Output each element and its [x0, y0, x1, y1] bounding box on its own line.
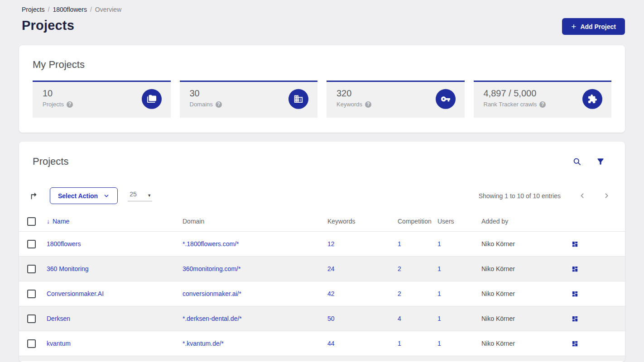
puzzle-icon	[582, 89, 602, 109]
breadcrumb-separator: /	[48, 6, 50, 13]
projects-table: ↓ Name Domain Keywords Competition Users…	[19, 211, 625, 361]
users-count-link[interactable]: 1	[437, 340, 481, 347]
showing-entries-text: Showing 1 to 10 of 10 entries	[479, 192, 561, 200]
table-row-partial	[19, 356, 625, 361]
column-header-name[interactable]: ↓ Name	[47, 218, 183, 225]
column-header-users[interactable]: Users	[437, 218, 481, 225]
stat-tile-domains: 30 Domains ?	[180, 81, 318, 118]
row-checkbox[interactable]	[27, 240, 36, 248]
project-name-link[interactable]: 1800flowers	[47, 240, 183, 248]
project-domain-link[interactable]: 360monitoring.com/*	[183, 265, 327, 272]
column-header-competition[interactable]: Competition	[398, 218, 437, 225]
added-by-cell: Niko Körner	[481, 340, 572, 347]
previous-page-icon[interactable]	[578, 192, 586, 200]
breadcrumb-1800flowers[interactable]: 1800flowers	[53, 6, 87, 13]
table-toolbar: Select Action 25 ▼ Showing 1 to 10 of 10…	[19, 187, 625, 204]
top-bar: Projects / 1800flowers / Overview Projec…	[0, 0, 644, 35]
key-icon	[436, 89, 456, 109]
table-row: Conversionmaker.AI conversionmaker.ai/* …	[19, 281, 625, 306]
dashboard-grid-icon[interactable]	[572, 266, 625, 272]
added-by-cell: Niko Körner	[481, 265, 572, 272]
keywords-label: Keywords	[336, 101, 362, 108]
row-checkbox[interactable]	[27, 339, 36, 348]
project-domain-link[interactable]: conversionmaker.ai/*	[183, 290, 327, 297]
page-size-value: 25	[130, 191, 137, 198]
column-header-added-by[interactable]: Added by	[481, 218, 572, 225]
row-checkbox[interactable]	[27, 290, 36, 298]
projects-table-title: Projects	[33, 156, 68, 167]
projects-table-card: Projects Select Action 25 ▼ Showing 1 to…	[19, 142, 625, 362]
row-checkbox[interactable]	[27, 314, 36, 323]
table-row: 360 Monitoring 360monitoring.com/* 24 2 …	[19, 256, 625, 281]
table-row: 1800flowers *.1800flowers.com/* 12 1 1 N…	[19, 231, 625, 256]
stat-tile-rank-tracker-crawls: 4,897 / 5,000 Rank Tracker crawls ?	[474, 81, 612, 118]
competition-count-link[interactable]: 1	[398, 340, 437, 347]
project-name-link[interactable]: 360 Monitoring	[47, 265, 183, 272]
help-icon[interactable]: ?	[539, 101, 546, 108]
help-icon[interactable]: ?	[216, 101, 222, 108]
table-row: Derksen *.derksen-dental.de/* 50 4 1 Nik…	[19, 306, 625, 331]
keywords-count-link[interactable]: 42	[327, 290, 398, 297]
select-action-label: Select Action	[58, 192, 98, 200]
project-domain-link[interactable]: *.1800flowers.com/*	[183, 240, 327, 248]
add-project-button[interactable]: + Add Project	[562, 18, 625, 35]
column-header-keywords[interactable]: Keywords	[327, 218, 398, 225]
my-projects-title: My Projects	[33, 59, 611, 71]
forward-arrow-icon[interactable]	[29, 191, 39, 201]
stat-tile-projects: 10 Projects ?	[33, 81, 171, 118]
dashboard-grid-icon[interactable]	[572, 315, 625, 322]
dashboard-grid-icon[interactable]	[572, 241, 625, 248]
keywords-count-link[interactable]: 50	[327, 315, 398, 322]
users-count-link[interactable]: 1	[437, 290, 481, 297]
project-name-link[interactable]: Conversionmaker.AI	[47, 290, 183, 297]
breadcrumb-separator: /	[90, 6, 92, 13]
help-icon[interactable]: ?	[365, 101, 371, 108]
column-header-domain[interactable]: Domain	[183, 218, 327, 225]
table-row: kvantum *.kvantum.de/* 44 1 1 Niko Körne…	[19, 331, 625, 356]
added-by-cell: Niko Körner	[481, 290, 572, 297]
keywords-count-link[interactable]: 24	[327, 265, 398, 272]
caret-down-icon: ▼	[147, 193, 151, 198]
row-checkbox[interactable]	[27, 265, 36, 273]
project-domain-link[interactable]: *.kvantum.de/*	[183, 340, 327, 347]
search-icon[interactable]	[572, 157, 582, 166]
competition-count-link[interactable]: 1	[398, 240, 437, 248]
users-count-link[interactable]: 1	[437, 240, 481, 248]
chevron-down-icon	[103, 193, 110, 199]
page-size-select[interactable]: 25 ▼	[128, 191, 152, 201]
breadcrumb-projects[interactable]: Projects	[22, 6, 45, 13]
plus-icon: +	[571, 22, 576, 31]
stats-row: 10 Projects ? 30 Domains ? 320 Keywords	[33, 81, 611, 118]
dashboard-grid-icon[interactable]	[572, 291, 625, 297]
breadcrumb: Projects / 1800flowers / Overview	[22, 6, 625, 13]
competition-count-link[interactable]: 2	[398, 265, 437, 272]
select-all-checkbox[interactable]	[27, 217, 36, 226]
page-title: Projects	[22, 18, 74, 33]
next-page-icon[interactable]	[603, 192, 610, 200]
help-icon[interactable]: ?	[67, 101, 73, 108]
table-header-row: ↓ Name Domain Keywords Competition Users…	[19, 211, 625, 231]
project-name-link[interactable]: Derksen	[47, 315, 183, 322]
keywords-count-link[interactable]: 44	[327, 340, 398, 347]
users-count-link[interactable]: 1	[437, 265, 481, 272]
competition-count-link[interactable]: 2	[398, 290, 437, 297]
keywords-count-link[interactable]: 12	[327, 240, 398, 248]
users-count-link[interactable]: 1	[437, 315, 481, 322]
competition-count-link[interactable]: 4	[398, 315, 437, 322]
project-domain-link[interactable]: *.derksen-dental.de/*	[183, 315, 327, 322]
sort-descending-icon: ↓	[47, 218, 50, 225]
added-by-cell: Niko Körner	[481, 315, 572, 322]
projects-label: Projects	[43, 101, 64, 108]
building-icon	[288, 89, 308, 109]
add-project-label: Add Project	[580, 23, 616, 30]
rank-tracker-crawls-label: Rank Tracker crawls	[484, 101, 537, 108]
breadcrumb-overview: Overview	[95, 6, 121, 13]
select-action-dropdown[interactable]: Select Action	[50, 187, 118, 204]
stat-tile-keywords: 320 Keywords ?	[327, 81, 465, 118]
dashboard-grid-icon[interactable]	[572, 340, 625, 347]
folder-copy-icon	[142, 89, 162, 109]
project-name-link[interactable]: kvantum	[47, 340, 183, 347]
domains-label: Domains	[190, 101, 213, 108]
filter-icon[interactable]	[596, 157, 605, 166]
added-by-cell: Niko Körner	[481, 240, 572, 248]
